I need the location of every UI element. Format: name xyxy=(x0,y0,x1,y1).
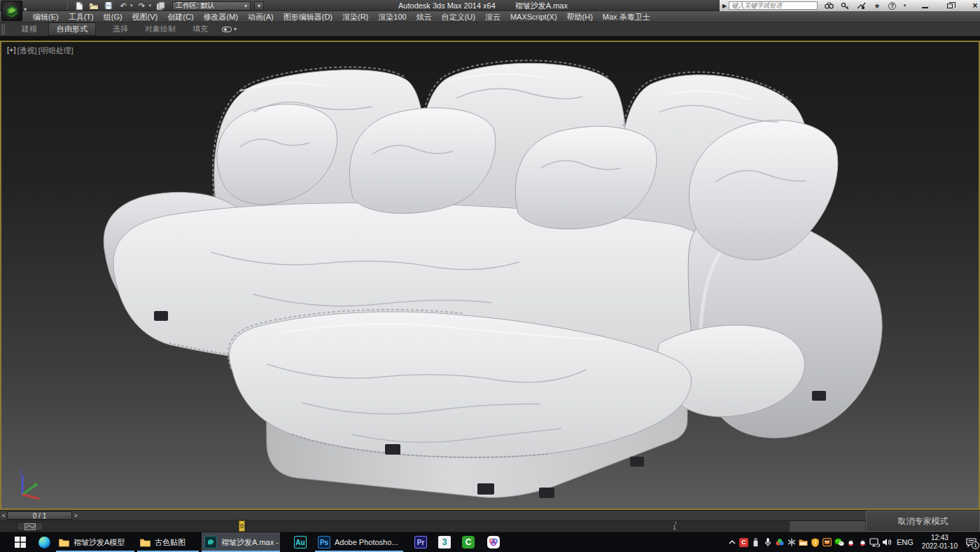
menu-max-antivirus[interactable]: Max 杀毒卫士 xyxy=(598,11,655,22)
infocenter-expand-icon[interactable]: ▶ xyxy=(722,3,727,9)
ribbon-minimize-toggle[interactable]: ▾ xyxy=(222,26,237,32)
viewport-pov-menu[interactable]: [透视] xyxy=(18,46,37,56)
workspace-dropdown[interactable]: 工作区: 默认 ▾ xyxy=(172,1,251,11)
perspective-viewport[interactable]: [+] [透视] [明暗处理] z xyxy=(0,41,980,510)
qq-icon-2[interactable] xyxy=(857,532,869,552)
clock-time: 12:43 xyxy=(922,534,958,542)
search-binoculars-icon[interactable] xyxy=(824,1,834,10)
viewport-general-menu[interactable]: [+] xyxy=(7,46,16,56)
3dsmax-app-icon: 3 xyxy=(438,536,451,548)
frame-tick-label: 1 xyxy=(673,524,676,531)
tab-freeform[interactable]: 自由形式 xyxy=(48,22,96,36)
taskbar-clock[interactable]: 12:43 2022-01-10 xyxy=(918,534,962,551)
app-button-caret-icon[interactable]: ▾ xyxy=(24,6,27,13)
volume-icon[interactable] xyxy=(881,532,892,552)
search-input[interactable] xyxy=(729,1,818,10)
redo-button[interactable]: ↷ xyxy=(136,1,148,11)
menu-xianyun[interactable]: 渲云 xyxy=(480,11,505,22)
undo-dropdown-icon[interactable]: ▾ xyxy=(130,3,133,8)
notification-center-button[interactable]: 1 xyxy=(962,532,980,552)
ribbon-state-icon xyxy=(222,27,232,32)
cloud-drive-icon[interactable] xyxy=(774,532,785,552)
tab-object-paint[interactable]: 对象绘制 xyxy=(145,24,176,34)
tab-modeling[interactable]: 建模 xyxy=(22,24,37,34)
menu-edit[interactable]: 编辑(E) xyxy=(28,11,64,22)
taskbar-premiere[interactable]: Pr xyxy=(410,532,431,552)
menu-render100[interactable]: 渲染100 xyxy=(373,11,411,22)
help-dropdown-icon[interactable]: ▾ xyxy=(902,1,907,10)
favorites-star-icon[interactable]: ★ xyxy=(872,1,882,10)
menu-help[interactable]: 帮助(H) xyxy=(562,11,598,22)
new-scene-button[interactable] xyxy=(74,1,85,11)
menu-group[interactable]: 组(G) xyxy=(99,11,127,22)
taskbar-camtasia[interactable]: C xyxy=(458,532,479,552)
taskbar-folder-model[interactable]: 褶皱沙发A模型 xyxy=(56,532,134,552)
menu-modifiers[interactable]: 修改器(M) xyxy=(199,11,244,22)
taskbar-photoshop[interactable]: Ps Adobe Photosho... xyxy=(315,532,403,552)
3dsmax-app-button[interactable] xyxy=(1,1,22,21)
qq-icon[interactable] xyxy=(845,532,857,552)
orange-folder-tray-icon[interactable] xyxy=(797,532,809,552)
menu-tools[interactable]: 工具(T) xyxy=(64,11,99,22)
next-frame-button[interactable]: > xyxy=(73,511,79,520)
start-button[interactable] xyxy=(11,532,29,552)
infocenter-icons: ★ ? ▾ xyxy=(824,1,907,10)
taskbar-rings-app[interactable] xyxy=(483,532,504,552)
usb-device-icon[interactable] xyxy=(750,532,762,552)
subscription-key-icon[interactable] xyxy=(840,1,850,10)
track-bar[interactable]: 0 1 xyxy=(0,520,980,532)
taskbar-3dsmax-task[interactable]: 褶皱沙发A.max - ... xyxy=(202,532,280,552)
3dsmax-file-icon xyxy=(204,536,217,548)
ribbon-toggle-caret-icon: ▾ xyxy=(234,26,237,32)
help-icon[interactable]: ? xyxy=(888,2,896,10)
close-button[interactable]: × xyxy=(970,1,980,10)
restore-button[interactable] xyxy=(945,1,955,10)
taskbar-folder-textures[interactable]: 古色贴图 xyxy=(137,532,199,552)
current-frame-marker[interactable]: 0 xyxy=(239,520,245,532)
cancel-expert-mode-button[interactable]: 取消专家模式 xyxy=(866,511,980,532)
viewport-shading-menu[interactable]: [明暗处理] xyxy=(38,46,74,56)
menu-animation[interactable]: 动画(A) xyxy=(243,11,279,22)
network-display-icon[interactable] xyxy=(869,532,881,552)
snowflake-app-icon[interactable] xyxy=(785,532,797,552)
security-shield-icon[interactable] xyxy=(809,532,821,552)
save-file-button[interactable] xyxy=(103,1,114,11)
wechat-icon[interactable] xyxy=(833,532,845,552)
workspace-label: 工作区: 默认 xyxy=(176,1,215,11)
menu-views[interactable]: 视图(V) xyxy=(127,11,163,22)
menu-graph-editors[interactable]: 图形编辑器(D) xyxy=(279,11,337,22)
camtasia-icon: C xyxy=(462,536,475,548)
mail-app-icon[interactable] xyxy=(821,532,833,552)
open-file-button[interactable] xyxy=(88,1,99,11)
project-folder-button[interactable] xyxy=(155,1,166,11)
menu-rendering[interactable]: 渲染(R) xyxy=(337,11,373,22)
menu-create[interactable]: 创建(C) xyxy=(162,11,198,22)
audition-icon: Au xyxy=(294,536,307,548)
microphone-icon[interactable] xyxy=(762,532,774,552)
taskbar-3dsmax-app[interactable]: 3 xyxy=(434,532,455,552)
communication-center-icon[interactable] xyxy=(856,1,866,10)
window-title: Autodesk 3ds Max 2014 x64 褶皱沙发A.max xyxy=(301,0,665,11)
language-indicator[interactable]: ENG xyxy=(892,538,918,546)
taskbar-audition[interactable]: Au xyxy=(290,532,311,552)
qat-customize-button[interactable]: ▾ xyxy=(254,1,264,11)
undo-button[interactable]: ↶ xyxy=(118,1,129,11)
ribbon-drag-handle[interactable] xyxy=(1,24,5,35)
tab-selection[interactable]: 选择 xyxy=(113,24,128,34)
taskbar-item-label: 褶皱沙发A.max - ... xyxy=(221,537,280,548)
trackbar-end-segment[interactable] xyxy=(789,520,866,532)
previous-frame-button[interactable]: < xyxy=(1,511,7,520)
menu-customize[interactable]: 自定义(U) xyxy=(437,11,480,22)
redo-dropdown-icon[interactable]: ▾ xyxy=(149,3,152,8)
mini-curve-editor-button[interactable] xyxy=(17,522,43,531)
taskbar-edge[interactable] xyxy=(35,532,53,552)
tab-populate[interactable]: 填充 xyxy=(192,24,208,34)
minimize-button[interactable] xyxy=(920,1,930,10)
time-slider-thumb[interactable]: 0 / 1 xyxy=(7,511,72,520)
menu-xuanyun[interactable]: 炫云 xyxy=(412,11,437,22)
menu-maxscript[interactable]: MAXScript(X) xyxy=(505,11,562,22)
tray-expand-chevron-icon[interactable] xyxy=(726,532,738,552)
file-name: 褶皱沙发A.max xyxy=(515,1,568,11)
tray-c-app-icon[interactable]: C xyxy=(738,532,750,552)
time-slider-row[interactable]: < 0 / 1 > xyxy=(0,510,980,520)
